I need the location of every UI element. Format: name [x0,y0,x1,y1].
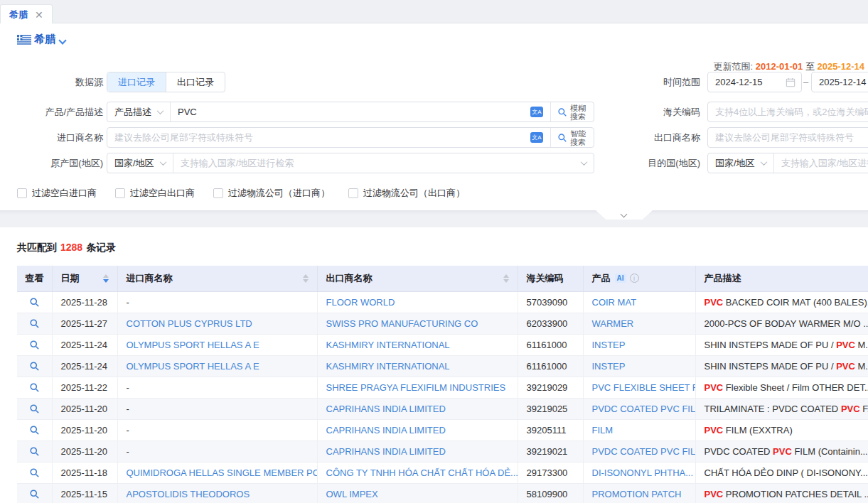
product-link[interactable]: PROMOTION PATCH [583,483,695,503]
keyword-highlight: PVC [841,404,860,414]
importer-input[interactable]: 建议去除公司尾部字符或特殊符号 文A [107,128,550,147]
date-cell: 2025-11-20 [52,398,117,419]
filter-checkbox-logistics-importer[interactable]: 过滤物流公司（进口商） [213,187,330,200]
hs-code-input[interactable]: 支持4位以上海关编码，或2位海关编码加 [707,102,868,122]
hs-code-cell: 39205111 [518,419,583,440]
hs-code-cell: 39219021 [518,440,583,462]
view-detail-button[interactable] [17,355,52,377]
chevron-down-icon[interactable] [58,36,66,44]
view-detail-button[interactable] [17,462,52,483]
exporter-link[interactable]: CAPRIHANS INDIA LIMITED [317,398,518,419]
importer-link[interactable]: COTTON PLUS CYPRUS LTD [117,313,317,334]
importer-link[interactable]: OLYMPUS SPORT HELLAS A E [117,355,317,377]
description-cell: 2000-PCS OF BODAY WARMER M/O ... [695,313,868,334]
exporter-link[interactable]: KASHMIRY INTERNATIONAL [317,355,518,377]
origin-country-label: 原产国(地区) [0,153,103,173]
importer-link[interactable]: APOSTOLIDIS THEODOROS [117,483,317,503]
keyword-highlight: PVC [704,489,724,499]
dest-country-select[interactable]: 国家/地区 [708,153,774,173]
date-start-input[interactable]: 2024-12-15 [707,72,802,92]
translate-icon[interactable]: 文A [530,132,543,143]
product-search-input[interactable]: PVC 文A [171,102,550,121]
sort-importer-button[interactable] [297,271,309,286]
product-link[interactable]: FILM [583,419,695,440]
view-detail-button[interactable] [17,313,52,334]
tab-label: 希腊 [9,9,28,21]
fuzzy-search-label: 模糊搜索 [570,104,587,121]
description-text: FILM (Containin... [792,446,868,457]
fuzzy-search-button[interactable]: 模糊搜索 [550,102,594,121]
product-link[interactable]: COIR MAT [583,291,695,313]
chevron-down-icon [760,158,767,166]
importer-search-control: 建议去除公司尾部字符或特殊符号 文A 智能搜索 [107,127,594,148]
origin-country-placeholder: 支持输入国家/地区进行检索 [181,157,294,170]
product-link[interactable]: WARMER [583,313,695,334]
filter-checkbox-logistics-exporter[interactable]: 过滤物流公司（出口商） [348,187,465,200]
toggle-export-records[interactable]: 出口记录 [166,72,225,92]
origin-country-select-value: 国家/地区 [114,157,154,170]
exporter-link[interactable]: FLOOR WORLD [317,291,518,313]
date-cell: 2025-11-18 [52,462,117,483]
exporter-link[interactable]: OWL IMPEX [317,483,518,503]
toggle-import-records[interactable]: 进口记录 [107,72,166,92]
product-link[interactable]: PVDC COATED PVC FIL... [583,398,695,419]
product-field-select[interactable]: 产品描述 [107,102,171,121]
exporter-link[interactable]: SWISS PRO MANUFACTURING CO [317,313,518,334]
update-range-end: 2025-12-14 [818,61,865,72]
time-range-label: 时间范围 [597,72,700,92]
origin-country-input[interactable]: 支持输入国家/地区进行检索 [173,153,594,173]
product-link[interactable]: INSTEP [583,355,695,377]
product-link[interactable]: DI-ISONONYL PHTHA... [583,462,695,483]
importer-link: - [117,377,317,398]
importer-link[interactable]: QUIMIDROGA HELLAS SINGLE MEMBER PC [117,462,317,483]
hs-code-cell: 39219029 [518,377,583,398]
view-detail-button[interactable] [17,334,52,355]
product-search-control: 产品描述 PVC 文A 模糊搜索 [107,102,594,122]
view-detail-button[interactable] [17,419,52,440]
translate-icon[interactable]: 文A [530,107,543,117]
hs-code-label: 海关编码 [597,102,700,122]
description-text: 2000-PCS OF BODAY WARMER M/O ... [704,318,868,329]
date-end-input[interactable]: 2025-12-14 [811,72,868,92]
hs-code-cell: 62033900 [518,313,583,334]
exporter-link[interactable]: CAPRIHANS INDIA LIMITED [317,419,518,440]
close-icon[interactable] [35,10,43,20]
description-text: FILM (EXXTRA) [723,425,793,436]
product-link[interactable]: PVC FLEXIBLE SHEET F... [583,377,695,398]
view-detail-button[interactable] [17,440,52,462]
view-detail-button[interactable] [17,483,52,503]
sort-exporter-button[interactable] [498,271,509,286]
date-cell: 2025-11-20 [52,419,117,440]
exporter-link[interactable]: KASHMIRY INTERNATIONAL [317,334,518,355]
product-link[interactable]: PVDC COATED PVC FIL... [583,440,695,462]
view-detail-button[interactable] [17,291,52,313]
filter-checkbox-blank-importer[interactable]: 过滤空白进口商 [17,187,97,200]
exporter-label: 出口商名称 [597,127,700,148]
description-text: Flexible Sheet / Film OTHER DET... [723,382,868,393]
sort-date-button[interactable] [97,271,109,286]
table-row: 2025-11-20-CAPRIHANS INDIA LIMITED392051… [17,419,868,440]
origin-country-select[interactable]: 国家/地区 [107,153,173,173]
search-icon [557,107,567,117]
exporter-link[interactable]: CÔNG TY TNHH HÓA CHẤT CHẤT HÓA DẺ... [317,462,518,483]
exporter-link[interactable]: SHREE PRAGYA FLEXIFILM INDUSTRIES [317,377,518,398]
importer-link: - [117,419,317,440]
exporter-input[interactable]: 建议去除公司尾部字符或特殊符号 [707,127,868,148]
table-row: 2025-11-28-FLOOR WORLD57039090COIR MATPV… [17,291,868,313]
date-cell: 2025-11-22 [52,377,117,398]
view-detail-button[interactable] [17,398,52,419]
description-text: BACKED COIR MAT (400 BALES)... [723,297,868,308]
filter-checkbox-blank-exporter[interactable]: 过滤空白出口商 [115,187,195,200]
exporter-link[interactable]: CAPRIHANS INDIA LIMITED [317,440,518,462]
dest-country-input[interactable]: 支持输入国家/地区进行 [774,153,868,173]
importer-link[interactable]: OLYMPUS SPORT HELLAS A E [117,334,317,355]
checkbox-label: 过滤物流公司（进口商） [228,187,330,200]
view-detail-button[interactable] [17,377,52,398]
description-cell: PVC BACKED COIR MAT (400 BALES)... [695,291,868,313]
tab-greece[interactable]: 希腊 [0,4,53,24]
smart-search-button[interactable]: 智能搜索 [550,128,594,147]
checkbox-label: 过滤物流公司（出口商） [363,187,465,200]
product-link[interactable]: INSTEP [583,334,695,355]
keyword-highlight: PVC [773,446,792,457]
info-icon[interactable] [630,274,639,283]
